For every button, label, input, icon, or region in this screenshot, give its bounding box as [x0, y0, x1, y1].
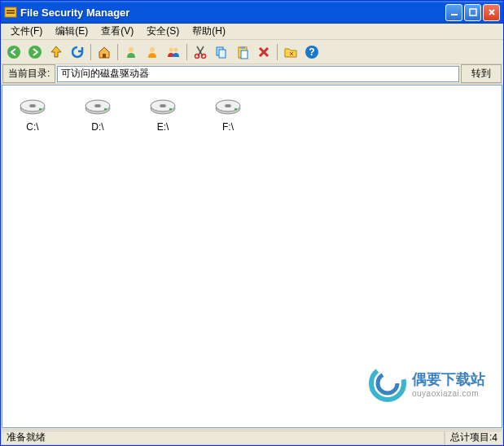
- copy-button[interactable]: [212, 42, 231, 62]
- file-view[interactable]: C:\ D:\ E:\ F:\ 偶要下载站 ouyaoxiazai.: [2, 85, 502, 428]
- go-button[interactable]: 转到: [461, 64, 502, 83]
- svg-rect-7: [103, 54, 106, 58]
- paste-icon: [235, 45, 250, 59]
- svg-rect-3: [451, 14, 458, 15]
- home-button[interactable]: [94, 42, 114, 62]
- toolbar-separator: [186, 44, 187, 60]
- window-title: File Security Manager: [20, 7, 445, 19]
- status-count-label: 总计项目:: [450, 431, 492, 444]
- status-count: 总计项目: 4: [445, 431, 503, 445]
- up-icon: [49, 45, 64, 59]
- paste-button[interactable]: [233, 42, 252, 62]
- svg-rect-24: [39, 108, 42, 110]
- toolbar-separator: [90, 44, 91, 60]
- drive-icon: [215, 95, 241, 118]
- svg-point-6: [28, 46, 42, 59]
- home-icon: [97, 45, 112, 59]
- menu-file[interactable]: 文件(F): [4, 23, 49, 40]
- svg-point-38: [378, 374, 397, 393]
- maximize-button[interactable]: [464, 4, 481, 21]
- watermark: 偶要下载站 ouyaoxiazai.com: [368, 364, 485, 403]
- user-orange-icon: [145, 45, 160, 59]
- drive-icon: [150, 95, 176, 118]
- address-label: 当前目录:: [2, 64, 55, 83]
- status-count-value: 4: [492, 432, 497, 444]
- app-window: File Security Manager 文件(F) 编辑(E) 查看(V) …: [0, 0, 504, 446]
- menu-view[interactable]: 查看(V): [94, 23, 140, 40]
- svg-point-5: [7, 46, 20, 59]
- svg-rect-28: [104, 108, 107, 110]
- titlebar: File Security Manager: [1, 1, 503, 24]
- cut-button[interactable]: [191, 42, 210, 62]
- svg-point-12: [195, 54, 199, 58]
- svg-rect-1: [7, 10, 15, 11]
- svg-point-37: [371, 367, 404, 400]
- app-icon: [4, 6, 17, 19]
- drive-label: F:\: [222, 121, 234, 133]
- cut-icon: [193, 45, 208, 59]
- svg-point-27: [94, 104, 101, 107]
- svg-rect-15: [219, 50, 226, 58]
- forward-icon: [28, 45, 42, 59]
- watermark-url: ouyaoxiazai.com: [412, 389, 485, 398]
- menu-edit[interactable]: 编辑(E): [49, 23, 94, 40]
- toolbar-separator: [277, 44, 278, 60]
- svg-point-23: [29, 104, 36, 107]
- close-button[interactable]: [483, 4, 500, 21]
- back-icon: [7, 45, 21, 59]
- folder-button[interactable]: [281, 42, 300, 62]
- toolbar: ?: [1, 40, 503, 64]
- svg-text:?: ?: [309, 46, 314, 58]
- user-orange-button[interactable]: [142, 42, 162, 62]
- user-green-button[interactable]: [121, 42, 141, 62]
- svg-rect-4: [470, 9, 476, 15]
- delete-icon: [256, 45, 271, 59]
- statusbar: 准备就绪 总计项目: 4: [1, 429, 503, 445]
- drive-label: D:\: [91, 121, 103, 133]
- users-button[interactable]: [164, 42, 183, 62]
- drive-item-e[interactable]: E:\: [142, 95, 183, 133]
- status-ready: 准备就绪: [1, 431, 445, 445]
- drive-item-c[interactable]: C:\: [12, 95, 53, 133]
- svg-rect-36: [234, 108, 237, 110]
- drive-list: C:\ D:\ E:\ F:\: [9, 92, 495, 136]
- svg-rect-32: [169, 108, 172, 110]
- drive-label: E:\: [157, 121, 169, 133]
- menu-security[interactable]: 安全(S): [140, 23, 186, 40]
- user-green-icon: [124, 45, 138, 59]
- svg-point-10: [169, 47, 173, 51]
- toolbar-separator: [117, 44, 118, 60]
- minimize-button[interactable]: [445, 4, 462, 21]
- svg-rect-2: [7, 12, 15, 14]
- drive-icon: [20, 95, 46, 118]
- menubar: 文件(F) 编辑(E) 查看(V) 安全(S) 帮助(H): [1, 24, 503, 40]
- delete-button[interactable]: [254, 42, 274, 62]
- help-icon: ?: [305, 45, 319, 59]
- svg-point-35: [225, 104, 231, 107]
- forward-button[interactable]: [25, 42, 45, 62]
- watermark-title: 偶要下载站: [412, 369, 485, 389]
- help-button[interactable]: ?: [302, 42, 322, 62]
- users-icon: [166, 45, 181, 59]
- svg-rect-17: [240, 46, 245, 49]
- svg-point-13: [202, 54, 206, 58]
- up-button[interactable]: [46, 42, 66, 62]
- svg-point-9: [150, 47, 155, 52]
- window-controls: [445, 4, 500, 21]
- drive-icon: [85, 95, 111, 118]
- svg-point-11: [174, 47, 178, 51]
- watermark-logo-icon: [368, 364, 407, 403]
- folder-icon: [283, 45, 298, 59]
- svg-point-8: [129, 47, 134, 52]
- menu-help[interactable]: 帮助(H): [186, 23, 232, 40]
- refresh-button[interactable]: [68, 42, 87, 62]
- svg-point-31: [160, 104, 166, 107]
- address-bar: 当前目录: 转到: [1, 64, 503, 84]
- back-button[interactable]: [4, 42, 24, 62]
- refresh-icon: [70, 45, 85, 59]
- drive-label: C:\: [26, 121, 38, 133]
- drive-item-d[interactable]: D:\: [77, 95, 118, 133]
- copy-icon: [214, 45, 229, 59]
- drive-item-f[interactable]: F:\: [208, 95, 248, 133]
- address-input[interactable]: [57, 66, 459, 82]
